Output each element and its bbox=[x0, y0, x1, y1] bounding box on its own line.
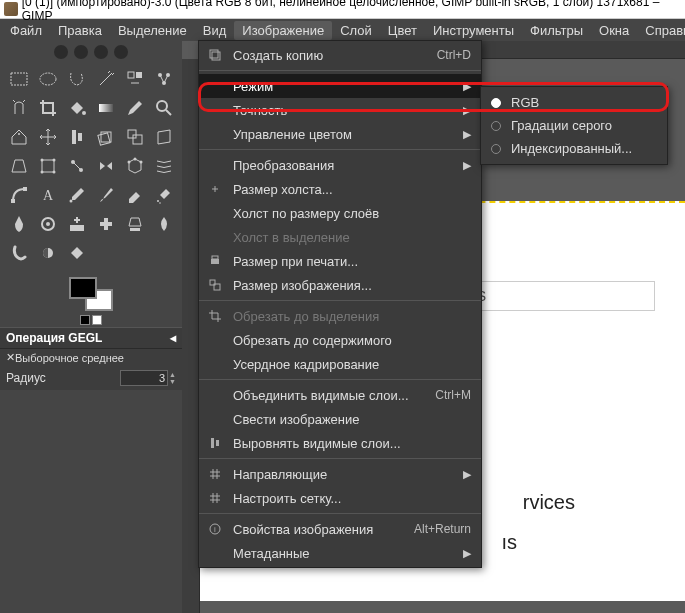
toolbox-header bbox=[0, 41, 182, 61]
tool-cage[interactable] bbox=[121, 152, 149, 180]
menu-выделение[interactable]: Выделение bbox=[110, 21, 195, 40]
tool-by-color-select[interactable] bbox=[121, 65, 149, 93]
svg-rect-3 bbox=[136, 72, 142, 78]
menu-вид[interactable]: Вид bbox=[195, 21, 235, 40]
tool-foreground-select[interactable] bbox=[5, 94, 33, 122]
fg-color-swatch[interactable] bbox=[69, 277, 97, 299]
menu-item-объединить-видимые-слои-[interactable]: Объединить видимые слои...Ctrl+M bbox=[199, 383, 481, 407]
menu-цвет[interactable]: Цвет bbox=[380, 21, 425, 40]
menu-item-свойства-изображения[interactable]: iСвойства изображенияAlt+Return bbox=[199, 517, 481, 541]
submenu-arrow-icon: ▶ bbox=[463, 80, 471, 93]
menu-item-направляющие[interactable]: Направляющие▶ bbox=[199, 462, 481, 486]
reset-colors-icon[interactable] bbox=[80, 315, 90, 325]
stepper-up-icon[interactable]: ▲ bbox=[169, 371, 176, 378]
gegl-panel-title: Операция GEGL ◂ bbox=[0, 327, 182, 349]
tool-bucket-fill[interactable] bbox=[63, 94, 91, 122]
tool-scale[interactable] bbox=[121, 123, 149, 151]
tool-blur[interactable] bbox=[150, 210, 178, 238]
tool-smudge[interactable] bbox=[5, 239, 33, 267]
menu-файл[interactable]: Файл bbox=[2, 21, 50, 40]
accelerator-label: Alt+Return bbox=[414, 522, 471, 536]
menu-item-метаданные[interactable]: Метаданные▶ bbox=[199, 541, 481, 565]
svg-point-7 bbox=[82, 111, 86, 115]
svg-rect-27 bbox=[11, 199, 15, 203]
swap-colors-icon[interactable] bbox=[92, 315, 102, 325]
tool-crop[interactable] bbox=[34, 94, 62, 122]
svg-rect-37 bbox=[104, 218, 108, 230]
menu-item-размер-изображения-[interactable]: Размер изображения... bbox=[199, 273, 481, 297]
tool-ink[interactable] bbox=[5, 210, 33, 238]
tool-clone[interactable] bbox=[63, 210, 91, 238]
tool-move[interactable] bbox=[34, 123, 62, 151]
menu-item-холст-по-размеру-слоёв[interactable]: Холст по размеру слоёв bbox=[199, 201, 481, 225]
tool-flip[interactable] bbox=[92, 152, 120, 180]
svg-rect-2 bbox=[128, 72, 134, 78]
tool-warp[interactable] bbox=[150, 152, 178, 180]
svg-point-24 bbox=[127, 161, 130, 164]
tool-pencil[interactable] bbox=[121, 94, 149, 122]
menu-фильтры[interactable]: Фильтры bbox=[522, 21, 591, 40]
tool-unified-transform[interactable] bbox=[34, 152, 62, 180]
tool-paintbrush[interactable] bbox=[92, 181, 120, 209]
scale-icon bbox=[207, 277, 223, 293]
menu-item-создать-копию[interactable]: Создать копиюCtrl+D bbox=[199, 43, 481, 67]
tool-perspective-clone[interactable] bbox=[121, 210, 149, 238]
tool-iscissors[interactable] bbox=[150, 65, 178, 93]
menu-item-преобразования[interactable]: Преобразования▶ bbox=[199, 153, 481, 177]
close-icon[interactable]: ✕ bbox=[6, 351, 15, 364]
menu-окна[interactable]: Окна bbox=[591, 21, 637, 40]
menu-слой[interactable]: Слой bbox=[332, 21, 380, 40]
tool-rect-select[interactable] bbox=[5, 65, 33, 93]
svg-point-32 bbox=[159, 202, 161, 204]
menu-item-свести-изображение[interactable]: Свести изображение bbox=[199, 407, 481, 431]
menu-item-размер-холста-[interactable]: Размер холста... bbox=[199, 177, 481, 201]
svg-point-31 bbox=[157, 200, 159, 202]
menu-item-label: Объединить видимые слои... bbox=[233, 388, 425, 403]
tool-handle-transform[interactable] bbox=[63, 152, 91, 180]
tool-rotate[interactable] bbox=[92, 123, 120, 151]
tool-gradient[interactable] bbox=[92, 94, 120, 122]
menu-item-label: Холст по размеру слоёв bbox=[233, 206, 471, 221]
menu-item-label: Размер изображения... bbox=[233, 278, 471, 293]
tool-measure[interactable] bbox=[5, 123, 33, 151]
mode-option-градации-серого[interactable]: Градации серого bbox=[481, 114, 667, 137]
tool-free-select[interactable] bbox=[63, 65, 91, 93]
tool-text[interactable]: A bbox=[34, 181, 62, 209]
menu-правка[interactable]: Правка bbox=[50, 21, 110, 40]
menu-изображение[interactable]: Изображение bbox=[234, 21, 332, 40]
menu-item-размер-при-печати-[interactable]: Размер при печати... bbox=[199, 249, 481, 273]
mode-option-индексированный-[interactable]: Индексированный... bbox=[481, 137, 667, 160]
menu-справка[interactable]: Справка bbox=[637, 21, 685, 40]
menu-item-холст-в-выделение: Холст в выделение bbox=[199, 225, 481, 249]
tool-mypaint-brush[interactable] bbox=[34, 210, 62, 238]
tool-eraser[interactable] bbox=[121, 181, 149, 209]
mode-option-rgb[interactable]: RGB bbox=[481, 91, 667, 114]
menu-item-label: Свойства изображения bbox=[233, 522, 404, 537]
tool-shear[interactable] bbox=[150, 123, 178, 151]
menu-item-label: Направляющие bbox=[233, 467, 453, 482]
tool-perspective[interactable] bbox=[5, 152, 33, 180]
tool-heal[interactable] bbox=[92, 210, 120, 238]
tool-gegl[interactable] bbox=[63, 239, 91, 267]
tool-color-picker[interactable] bbox=[63, 181, 91, 209]
panel-menu-icon[interactable]: ◂ bbox=[170, 331, 176, 345]
tool-fuzzy-select[interactable] bbox=[92, 65, 120, 93]
menu-инструменты[interactable]: Инструменты bbox=[425, 21, 522, 40]
window-titlebar: [0 (1)] (импортировано)-3.0 (Цвета RGB 8… bbox=[0, 0, 685, 19]
menu-item-выровнять-видимые-слои-[interactable]: Выровнять видимые слои... bbox=[199, 431, 481, 455]
svg-rect-41 bbox=[212, 52, 220, 60]
menu-item-настроить-сетку-[interactable]: Настроить сетку... bbox=[199, 486, 481, 510]
tool-airbrush[interactable] bbox=[150, 181, 178, 209]
tool-paths[interactable] bbox=[5, 181, 33, 209]
tool-align[interactable] bbox=[63, 123, 91, 151]
param-value-input[interactable] bbox=[120, 370, 168, 386]
menu-item-точность[interactable]: Точность▶ bbox=[199, 98, 481, 122]
tool-ellipse-select[interactable] bbox=[34, 65, 62, 93]
tool-dodge-burn[interactable] bbox=[34, 239, 62, 267]
menu-item-режим[interactable]: Режим▶ bbox=[199, 74, 481, 98]
menu-item-управление-цветом[interactable]: Управление цветом▶ bbox=[199, 122, 481, 146]
stepper-down-icon[interactable]: ▼ bbox=[169, 378, 176, 385]
menu-item-усердное-кадрирование[interactable]: Усердное кадрирование bbox=[199, 352, 481, 376]
menu-item-обрезать-до-содержимого[interactable]: Обрезать до содержимого bbox=[199, 328, 481, 352]
tool-zoom[interactable] bbox=[150, 94, 178, 122]
